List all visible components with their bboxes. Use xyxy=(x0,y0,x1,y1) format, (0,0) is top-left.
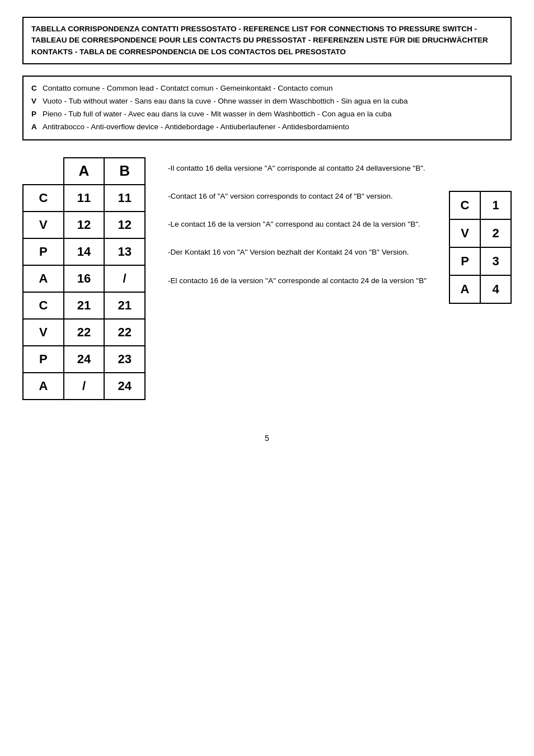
header-empty xyxy=(23,158,64,185)
col-a-value: / xyxy=(64,373,105,400)
table-row: P2423 xyxy=(23,346,145,373)
right-section: C1V2P3A4 xyxy=(449,157,512,304)
note-block: -Contact 16 of "A" version corresponds t… xyxy=(168,191,427,202)
col-a-value: 11 xyxy=(64,185,105,212)
small-label: V xyxy=(449,219,480,247)
legend-value: Contatto comune - Common lead - Contatct… xyxy=(43,82,332,95)
row-label: P xyxy=(23,346,64,373)
col-a-value: 12 xyxy=(64,212,105,238)
small-value: 4 xyxy=(480,275,511,303)
table-row: A/24 xyxy=(23,373,145,400)
note-block: -Il contatto 16 della versione "A" corri… xyxy=(168,163,427,174)
small-value: 3 xyxy=(480,247,511,275)
table-row: C1111 xyxy=(23,185,145,212)
col-a-value: 24 xyxy=(64,346,105,373)
col-b-value: 21 xyxy=(104,292,145,319)
legend-value: Vuoto - Tub without water - Sans eau dan… xyxy=(43,95,408,108)
row-label: V xyxy=(23,212,64,238)
main-correspondence-table: A B C1111V1212P1413A16/C2121V2222P2423A/… xyxy=(22,157,146,400)
table-row: P1413 xyxy=(23,238,145,265)
col-b-value: / xyxy=(104,265,145,292)
header-text: TABELLA CORRISPONDENZA CONTATTI PRESSOST… xyxy=(31,25,488,56)
col-a-value: 22 xyxy=(64,319,105,346)
col-b-value: 11 xyxy=(104,185,145,212)
row-label: P xyxy=(23,238,64,265)
small-label: P xyxy=(449,247,480,275)
legend-value: Antitrabocco - Anti-overflow device - An… xyxy=(43,121,349,134)
col-b-value: 12 xyxy=(104,212,145,238)
col-a-value: 16 xyxy=(64,265,105,292)
table-header-row: A B xyxy=(23,158,145,185)
small-label: A xyxy=(449,275,480,303)
small-table: C1V2P3A4 xyxy=(449,191,512,304)
col-a-value: 14 xyxy=(64,238,105,265)
row-label: A xyxy=(23,265,64,292)
note-block: -El contacto 16 de la version "A" corres… xyxy=(168,275,427,287)
table-row: C2121 xyxy=(23,292,145,319)
legend-item: PPieno - Tub full of water - Avec eau da… xyxy=(31,108,503,121)
legend-item: AAntitrabocco - Anti-overflow device - A… xyxy=(31,121,503,134)
col-a-value: 21 xyxy=(64,292,105,319)
legend-item: CContatto comune - Common lead - Contatc… xyxy=(31,82,503,95)
small-table-row: A4 xyxy=(449,275,511,303)
note-block: -Der Kontakt 16 von "A" Version bezhalt … xyxy=(168,247,427,258)
table-section: A B C1111V1212P1413A16/C2121V2222P2423A/… xyxy=(22,157,146,400)
legend-item: VVuoto - Tub without water - Sans eau da… xyxy=(31,95,503,108)
page-number: 5 xyxy=(22,434,512,443)
small-table-row: P3 xyxy=(449,247,511,275)
col-b-value: 22 xyxy=(104,319,145,346)
header-b: B xyxy=(104,158,145,185)
row-label: C xyxy=(23,292,64,319)
col-b-value: 13 xyxy=(104,238,145,265)
notes-section: -Il contatto 16 della versione "A" corri… xyxy=(168,157,427,292)
table-row: V2222 xyxy=(23,319,145,346)
col-b-value: 24 xyxy=(104,373,145,400)
table-row: V1212 xyxy=(23,212,145,238)
row-label: V xyxy=(23,319,64,346)
legend-key: A xyxy=(31,121,38,134)
legend-key: P xyxy=(31,108,38,121)
header-box: TABELLA CORRISPONDENZA CONTATTI PRESSOST… xyxy=(22,17,512,64)
small-table-row: C1 xyxy=(449,191,511,219)
small-value: 2 xyxy=(480,219,511,247)
row-label: C xyxy=(23,185,64,212)
legend-key: C xyxy=(31,82,38,95)
note-block: -Le contact 16 de la version "A" corresp… xyxy=(168,219,427,230)
col-b-value: 23 xyxy=(104,346,145,373)
small-label: C xyxy=(449,191,480,219)
header-a: A xyxy=(64,158,105,185)
row-label: A xyxy=(23,373,64,400)
table-row: A16/ xyxy=(23,265,145,292)
legend-key: V xyxy=(31,95,38,108)
legend-box: CContatto comune - Common lead - Contatc… xyxy=(22,76,512,140)
small-table-row: V2 xyxy=(449,219,511,247)
small-value: 1 xyxy=(480,191,511,219)
legend-value: Pieno - Tub full of water - Avec eau dan… xyxy=(43,108,392,121)
main-content: A B C1111V1212P1413A16/C2121V2222P2423A/… xyxy=(22,157,512,400)
